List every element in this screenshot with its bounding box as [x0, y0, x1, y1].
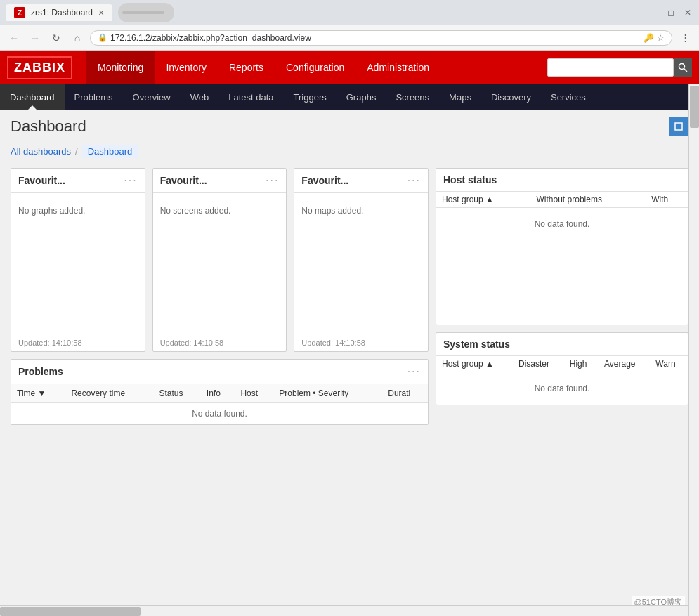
- svg-line-1: [684, 69, 688, 72]
- subnav-problems[interactable]: Problems: [65, 84, 123, 110]
- host-status-no-data: No data found.: [436, 208, 688, 241]
- top-menu-reports[interactable]: Reports: [218, 51, 275, 84]
- right-column: Host status Host group ▲ Without problem…: [436, 168, 688, 432]
- subnav-web[interactable]: Web: [181, 84, 219, 110]
- favourite-maps-menu[interactable]: ···: [407, 174, 421, 187]
- subnav-triggers[interactable]: Triggers: [284, 84, 337, 110]
- system-status-title: System status: [443, 339, 510, 350]
- problems-col-status[interactable]: Status: [153, 384, 200, 403]
- host-status-table: Host group ▲ Without problems With No da…: [436, 192, 688, 240]
- problems-menu[interactable]: ···: [407, 365, 421, 378]
- favourite-screens-menu[interactable]: ···: [266, 174, 279, 187]
- home-button[interactable]: ⌂: [69, 30, 86, 46]
- subnav-screens[interactable]: Screens: [386, 84, 439, 110]
- subnav-overview[interactable]: Overview: [123, 84, 181, 110]
- problems-header: Problems ···: [11, 360, 428, 384]
- star-icon[interactable]: ☆: [657, 33, 665, 43]
- favourite-maps-widget: Favourit... ··· No maps added. Updated: …: [294, 168, 429, 352]
- url-input[interactable]: 🔒 172.16.1.2/zabbix/zabbix.php?action=da…: [90, 30, 672, 46]
- favourite-graphs-title: Favourit...: [18, 175, 65, 186]
- problems-col-recovery[interactable]: Recovery time: [65, 384, 153, 403]
- subnav-maps[interactable]: Maps: [439, 84, 481, 110]
- problems-body: Time ▼ Recovery time Status Info Host Pr…: [11, 384, 428, 424]
- favourite-screens-footer: Updated: 14:10:58: [153, 334, 287, 351]
- edit-icon: [674, 122, 684, 131]
- title-bar: Z zrs1: Dashboard × — ◻ ✕: [0, 0, 699, 25]
- system-status-col-group[interactable]: Host group ▲: [436, 356, 513, 372]
- horizontal-scrollbar[interactable]: [0, 605, 688, 616]
- host-status-col-group[interactable]: Host group ▲: [436, 192, 531, 208]
- subnav-discovery[interactable]: Discovery: [481, 84, 541, 110]
- breadcrumb-current: Dashboard: [82, 145, 138, 158]
- page-title: Dashboard: [11, 117, 86, 136]
- top-menu: Monitoring Inventory Reports Configurati…: [86, 51, 440, 84]
- favourite-graphs-menu[interactable]: ···: [124, 174, 137, 187]
- system-status-no-data-row: No data found.: [436, 372, 688, 405]
- minimize-button[interactable]: —: [648, 7, 660, 18]
- browser-tab[interactable]: Z zrs1: Dashboard ×: [6, 4, 112, 21]
- system-status-header-row: Host group ▲ Disaster High Average Warn: [436, 356, 688, 372]
- favourite-graphs-body: No graphs added.: [11, 193, 145, 334]
- top-menu-monitoring[interactable]: Monitoring: [86, 51, 155, 84]
- breadcrumb: All dashboards / Dashboard: [11, 145, 688, 158]
- top-menu-administration[interactable]: Administration: [355, 51, 440, 84]
- system-status-col-warn[interactable]: Warn: [650, 356, 688, 372]
- subnav-latest-data[interactable]: Latest data: [218, 84, 283, 110]
- horizontal-scrollbar-thumb[interactable]: [0, 607, 141, 616]
- favourite-graphs-footer: Updated: 14:10:58: [11, 334, 145, 351]
- favourite-graphs-no-data: No graphs added.: [18, 206, 138, 216]
- problems-col-host[interactable]: Host: [235, 384, 273, 403]
- top-menu-configuration[interactable]: Configuration: [275, 51, 355, 84]
- zabbix-app: ZABBIX Monitoring Inventory Reports Conf…: [0, 51, 699, 613]
- search-input[interactable]: [547, 58, 674, 77]
- tab-favicon: Z: [14, 7, 25, 18]
- restore-button[interactable]: ◻: [665, 7, 677, 18]
- address-bar: ← → ↻ ⌂ 🔒 172.16.1.2/zabbix/zabbix.php?a…: [0, 25, 699, 51]
- subnav-graphs[interactable]: Graphs: [337, 84, 386, 110]
- breadcrumb-separator: /: [75, 146, 78, 157]
- zabbix-logo: ZABBIX: [7, 56, 72, 79]
- top-menu-inventory[interactable]: Inventory: [155, 51, 218, 84]
- scrollbar-track[interactable]: [688, 84, 699, 616]
- sub-navigation: Dashboard Problems Overview Web Latest d…: [0, 84, 699, 110]
- url-action-icons: 🔑 ☆: [644, 33, 665, 43]
- favourite-maps-footer: Updated: 14:10:58: [294, 334, 428, 351]
- problems-no-data-row: No data found.: [11, 403, 428, 425]
- favourite-maps-body: No maps added.: [294, 193, 428, 334]
- system-status-no-data: No data found.: [436, 372, 688, 405]
- host-status-col-without[interactable]: Without problems: [531, 192, 646, 208]
- host-status-body: Host group ▲ Without problems With No da…: [436, 192, 688, 325]
- close-button[interactable]: ✕: [682, 7, 693, 18]
- subnav-services[interactable]: Services: [541, 84, 596, 110]
- dashboard-edit-button[interactable]: [669, 117, 688, 136]
- reload-button[interactable]: ↻: [48, 30, 65, 46]
- svg-point-0: [679, 64, 685, 70]
- problems-col-duration[interactable]: Durati: [382, 384, 428, 403]
- system-status-col-high[interactable]: High: [564, 356, 599, 372]
- favourite-screens-body: No screens added.: [153, 193, 287, 334]
- problems-col-problem[interactable]: Problem • Severity: [273, 384, 382, 403]
- secure-icon: 🔒: [98, 33, 107, 42]
- breadcrumb-parent-link[interactable]: All dashboards: [11, 146, 71, 157]
- host-status-header-row: Host group ▲ Without problems With: [436, 192, 688, 208]
- search-button[interactable]: [674, 58, 692, 77]
- forward-button[interactable]: →: [27, 30, 44, 46]
- browser-menu-button[interactable]: ⋮: [677, 30, 693, 46]
- host-status-col-with[interactable]: With: [646, 192, 688, 208]
- tab-close-button[interactable]: ×: [98, 7, 104, 18]
- subnav-dashboard[interactable]: Dashboard: [0, 84, 65, 110]
- scrollbar-thumb[interactable]: [690, 86, 699, 128]
- favourite-graphs-widget: Favourit... ··· No graphs added. Updated…: [11, 168, 145, 352]
- page-content: Dashboard All dashboards / Dashboard: [0, 110, 699, 613]
- search-icon: [678, 63, 688, 72]
- back-button[interactable]: ←: [6, 30, 22, 46]
- problems-col-time[interactable]: Time ▼: [11, 384, 65, 403]
- search-box: [547, 58, 692, 77]
- system-status-col-disaster[interactable]: Disaster: [513, 356, 564, 372]
- problems-widget: Problems ··· Time ▼ Recovery time Status…: [11, 359, 429, 425]
- system-status-col-average[interactable]: Average: [599, 356, 650, 372]
- host-status-no-data-row: No data found.: [436, 208, 688, 241]
- problems-col-info[interactable]: Info: [201, 384, 235, 403]
- browser-window: Z zrs1: Dashboard × — ◻ ✕ ← → ↻ ⌂ 🔒 172.…: [0, 0, 699, 51]
- host-status-spacer: [436, 240, 688, 325]
